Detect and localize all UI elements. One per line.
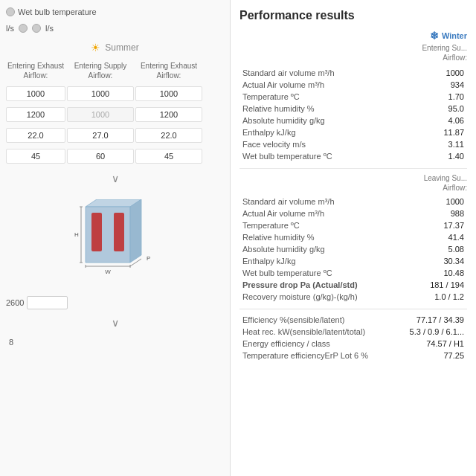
table-row: Standard air volume m³/h1000 bbox=[239, 196, 467, 208]
row-value: 4.06 bbox=[376, 115, 467, 126]
svg-marker-2 bbox=[130, 199, 141, 263]
row-label: Temperature ºC bbox=[239, 91, 376, 103]
row-label: Absolute humidity g/kg bbox=[239, 115, 376, 126]
cell-1-1: 1000 bbox=[67, 107, 134, 122]
table-row: Temperature ºC17.37 bbox=[239, 219, 467, 231]
row-value: 181 / 194 bbox=[376, 279, 467, 291]
season-header: ☀ Summer bbox=[6, 42, 224, 54]
entering-perf-table: Standard air volume m³/h1000Actual Air v… bbox=[239, 67, 467, 162]
svg-text:H: H bbox=[74, 231, 79, 238]
cell-1-2[interactable]: 1200 bbox=[135, 107, 202, 122]
row-value: 1.40 bbox=[376, 150, 467, 162]
data-row-3: 45 60 45 bbox=[6, 149, 224, 164]
efficiency-table: Efficiency %(sensible/latent)77.17 / 34.… bbox=[239, 314, 467, 361]
data-row-1: 1200 1000 1200 bbox=[6, 107, 224, 122]
sun-icon: ☀ bbox=[91, 42, 100, 54]
row-value: 77.25 bbox=[376, 350, 467, 361]
cell-3-2[interactable]: 45 bbox=[135, 149, 202, 164]
unit-row: l/s l/s bbox=[6, 24, 224, 33]
row-label: Face velocity m/s bbox=[239, 138, 376, 150]
radio-unit2[interactable] bbox=[32, 24, 41, 33]
row-value: 74.57 / H1 bbox=[376, 338, 467, 350]
row-value: 17.37 bbox=[376, 219, 467, 231]
row-label: Temperature efficiencyErP Lot 6 % bbox=[239, 350, 376, 361]
leaving-perf-table: Standard air volume m³/h1000Actual Air v… bbox=[239, 196, 467, 303]
svg-text:P: P bbox=[147, 255, 150, 262]
chevron-button-2[interactable]: ∨ bbox=[6, 314, 224, 332]
table-row: Wet bulb temperature ºC10.48 bbox=[239, 267, 467, 279]
row-value: 77.17 / 34.39 bbox=[376, 314, 467, 326]
bottom-input-row: 2600 bbox=[6, 296, 224, 309]
table-row: Efficiency %(sensible/latent)77.17 / 34.… bbox=[239, 314, 467, 326]
cell-3-0[interactable]: 45 bbox=[6, 149, 65, 164]
table-row: Relative humidity %41.4 bbox=[239, 231, 467, 243]
snowflake-icon: ❄ bbox=[430, 30, 439, 42]
table-row: Absolute humidity g/kg4.06 bbox=[239, 115, 467, 126]
row-label: Energy efficiency / class bbox=[239, 338, 376, 350]
table-row: Recovery moisture (g/kg)-(kg/h)1.0 / 1.2 bbox=[239, 291, 467, 303]
row-label: Wet bulb temperature ºC bbox=[239, 150, 376, 162]
table-row: Heat rec. kW(sensible/latent/total)5.3 /… bbox=[239, 326, 467, 338]
cell-0-0[interactable]: 1000 bbox=[6, 86, 65, 101]
col-header-supply-entering: Entering SupplyAirflow: bbox=[67, 61, 134, 80]
row-label: Temperature ºC bbox=[239, 219, 376, 231]
row-value: 3.11 bbox=[376, 138, 467, 150]
row-value: 41.4 bbox=[376, 231, 467, 243]
row-label: Actual Air volume m³/h bbox=[239, 79, 376, 91]
leaving-supply-header: Leaving Su...Airflow: bbox=[239, 173, 467, 193]
row-value: 11.87 bbox=[376, 126, 467, 138]
row-value: 5.08 bbox=[376, 243, 467, 255]
top-controls: Wet bulb temperature bbox=[6, 7, 224, 16]
table-row: Actual Air volume m³/h988 bbox=[239, 208, 467, 219]
chevron-button-1[interactable]: ∨ bbox=[6, 170, 224, 187]
cell-2-2[interactable]: 22.0 bbox=[135, 128, 202, 143]
svg-rect-3 bbox=[91, 213, 102, 251]
winter-badge: ❄ Winter bbox=[239, 30, 467, 42]
ahu-svg: W H P bbox=[71, 199, 167, 281]
col-header-exhaust-entering2: Entering ExhaustAirflow: bbox=[135, 61, 202, 80]
wet-bulb-radio-group: Wet bulb temperature bbox=[6, 7, 97, 16]
table-row: Temperature efficiencyErP Lot 6 %77.25 bbox=[239, 350, 467, 361]
bottom-label: 8 bbox=[6, 336, 224, 348]
table-row: Wet bulb temperature ºC1.40 bbox=[239, 150, 467, 162]
cell-0-2[interactable]: 1000 bbox=[135, 86, 202, 101]
bottom-value-label: 2600 bbox=[6, 298, 24, 307]
row-value: 95.0 bbox=[376, 103, 467, 115]
cell-0-1[interactable]: 1000 bbox=[67, 86, 134, 101]
cell-2-1[interactable]: 27.0 bbox=[67, 128, 134, 143]
cell-2-0[interactable]: 22.0 bbox=[6, 128, 65, 143]
table-row: Temperature ºC1.70 bbox=[239, 91, 467, 103]
unit-label2: l/s bbox=[45, 24, 54, 33]
table-row: Absolute humidity g/kg5.08 bbox=[239, 243, 467, 255]
row-label: Standard air volume m³/h bbox=[239, 196, 376, 208]
divider-1 bbox=[239, 168, 467, 169]
row-label: Actual Air volume m³/h bbox=[239, 208, 376, 219]
table-row: Standard air volume m³/h1000 bbox=[239, 67, 467, 79]
data-row-2: 22.0 27.0 22.0 bbox=[6, 128, 224, 143]
row-label: Pressure drop Pa (Actual/std) bbox=[239, 279, 376, 291]
row-label: Enthalpy kJ/kg bbox=[239, 255, 376, 267]
col-headers: Entering ExhaustAirflow: Entering Supply… bbox=[6, 61, 224, 80]
ahu-diagram: W H P bbox=[71, 199, 160, 281]
row-value: 1.70 bbox=[376, 91, 467, 103]
left-panel: Wet bulb temperature l/s l/s ☀ Summer En… bbox=[0, 0, 231, 476]
col-header-exhaust-entering: Entering ExhaustAirflow: bbox=[6, 61, 65, 80]
svg-text:W: W bbox=[105, 268, 111, 275]
row-label: Standard air volume m³/h bbox=[239, 67, 376, 79]
table-row: Energy efficiency / class74.57 / H1 bbox=[239, 338, 467, 350]
diagram-area: W H P bbox=[6, 192, 224, 289]
row-label: Absolute humidity g/kg bbox=[239, 243, 376, 255]
cell-3-1[interactable]: 60 bbox=[67, 149, 134, 164]
cell-1-0[interactable]: 1200 bbox=[6, 107, 65, 122]
bottom-input-field[interactable] bbox=[27, 296, 68, 309]
row-label: Efficiency %(sensible/latent) bbox=[239, 314, 376, 326]
radio-unit1[interactable] bbox=[19, 24, 28, 33]
radio-wet-bulb[interactable] bbox=[6, 7, 15, 16]
row-value: 1000 bbox=[376, 67, 467, 79]
wet-bulb-label: Wet bulb temperature bbox=[18, 7, 97, 16]
row-value: 988 bbox=[376, 208, 467, 219]
row-label: Relative humidity % bbox=[239, 103, 376, 115]
table-row: Actual Air volume m³/h934 bbox=[239, 79, 467, 91]
row-label: Wet bulb temperature ºC bbox=[239, 267, 376, 279]
table-row: Pressure drop Pa (Actual/std)181 / 194 bbox=[239, 279, 467, 291]
